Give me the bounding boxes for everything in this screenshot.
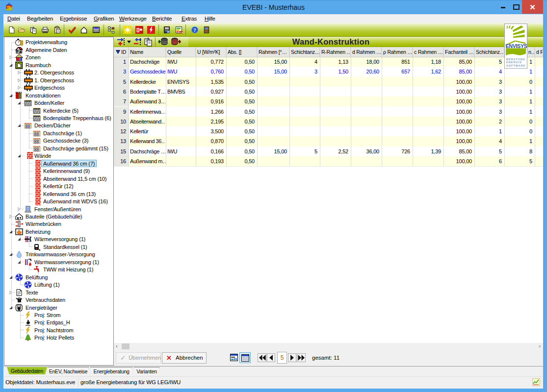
svg-text:W: W (167, 31, 170, 33)
svg-text:PDF: PDF (179, 31, 183, 34)
svg-text:?: ? (193, 27, 196, 33)
svg-text:ENVISYS: ENVISYS (506, 43, 527, 49)
